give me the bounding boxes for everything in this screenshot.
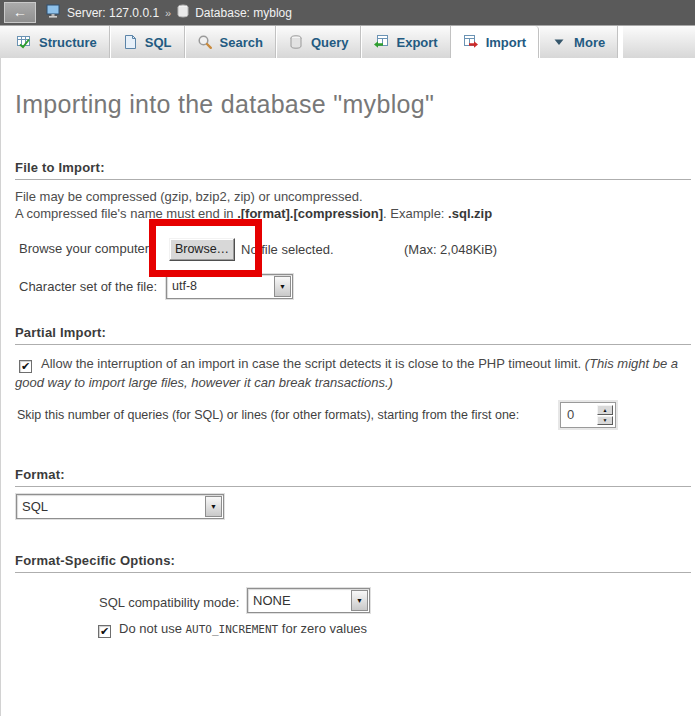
export-icon [373,34,389,50]
filename-rule-text: A compressed file's name must end in .[f… [15,206,492,221]
format-select-value: SQL [22,495,48,518]
allow-interrupt-row: ✔Allow the interruption of an import in … [15,354,681,392]
breadcrumb: Server: 127.0.0.1 » Database: myblog [46,4,292,22]
tab-label: Structure [39,35,97,50]
breadcrumb-separator: » [165,7,171,19]
no-file-selected-text: No file selected. [241,242,334,257]
back-button[interactable]: ← [4,2,36,23]
database-icon [177,4,189,21]
spinner-up-icon[interactable]: ▲ [597,405,613,415]
allow-interrupt-text: Allow the interruption of an import in c… [41,356,585,371]
breadcrumb-server[interactable]: Server: 127.0.0.1 [67,6,159,20]
main-content: Importing into the database "myblog" Fil… [0,58,695,716]
max-size-text: (Max: 2,048KiB) [404,242,497,257]
charset-select-value: utf-8 [172,275,197,298]
skip-queries-input[interactable]: 0 ▲ ▼ [560,402,616,428]
sql-icon [122,34,138,50]
tab-sql[interactable]: SQL [110,26,185,58]
tab-bar-spacer [618,26,623,58]
dropdown-arrow-icon: ▼ [351,590,368,611]
dropdown-arrow-icon: ▼ [274,276,291,297]
tab-import[interactable]: Import [451,26,539,58]
section-heading-partial-import: Partial Import: [15,325,691,345]
compression-info-text: File may be compressed (gzip, bzip2, zip… [15,189,363,204]
skip-queries-label: Skip this number of queries (for SQL) or… [17,408,519,422]
charset-label: Character set of the file: [19,279,157,294]
query-icon [288,34,304,50]
section-heading-format-options: Format-Specific Options: [15,553,691,573]
tab-label: Export [396,35,437,50]
spinner-down-icon[interactable]: ▼ [597,416,613,426]
browse-button[interactable]: Browse… [169,238,235,261]
page-title: Importing into the database "myblog" [15,90,434,119]
tab-bar: Structure SQL Search Query Export Import [0,25,695,58]
search-icon [197,34,213,50]
sql-compat-select-value: NONE [253,589,291,612]
check-icon: ✔ [100,625,109,637]
zero-values-text-prefix: Do not use [119,621,186,636]
breadcrumb-database[interactable]: Database: myblog [195,6,292,20]
browse-label: Browse your computer: [19,241,153,256]
allow-interrupt-checkbox[interactable]: ✔ [19,360,32,373]
structure-icon [16,34,32,50]
tab-export[interactable]: Export [361,26,450,58]
zero-values-checkbox[interactable]: ✔ [98,625,111,638]
sql-compat-label: SQL compatibility mode: [99,595,239,610]
dropdown-arrow-icon: ▼ [205,496,222,517]
zero-values-row: ✔Do not use AUTO_INCREMENT for zero valu… [98,621,367,638]
section-heading-file-to-import: File to Import: [15,160,691,180]
charset-select[interactable]: utf-8 ▼ [166,274,293,299]
tab-query[interactable]: Query [276,26,362,58]
spinner-buttons: ▲ ▼ [597,405,613,425]
tab-more[interactable]: More [539,26,618,58]
auto-increment-code: AUTO_INCREMENT [186,623,279,636]
import-icon [463,34,479,50]
check-icon: ✔ [21,360,30,372]
sql-compat-select[interactable]: NONE ▼ [247,588,370,613]
tab-label: Query [311,35,349,50]
tab-label: SQL [145,35,172,50]
breadcrumb-bar: ← Server: 127.0.0.1 » Database: myblog [0,0,695,25]
tab-label: Search [220,35,263,50]
server-icon [46,4,61,22]
tab-structure[interactable]: Structure [4,26,110,58]
tab-search[interactable]: Search [185,26,276,58]
chevron-down-icon [551,34,567,50]
tab-label: Import [486,35,526,50]
skip-queries-value: 0 [567,403,574,427]
zero-values-text-suffix: for zero values [278,621,367,636]
tab-label: More [574,35,605,50]
format-select[interactable]: SQL ▼ [16,494,224,519]
back-arrow-icon: ← [13,4,27,20]
section-heading-format: Format: [15,467,691,487]
